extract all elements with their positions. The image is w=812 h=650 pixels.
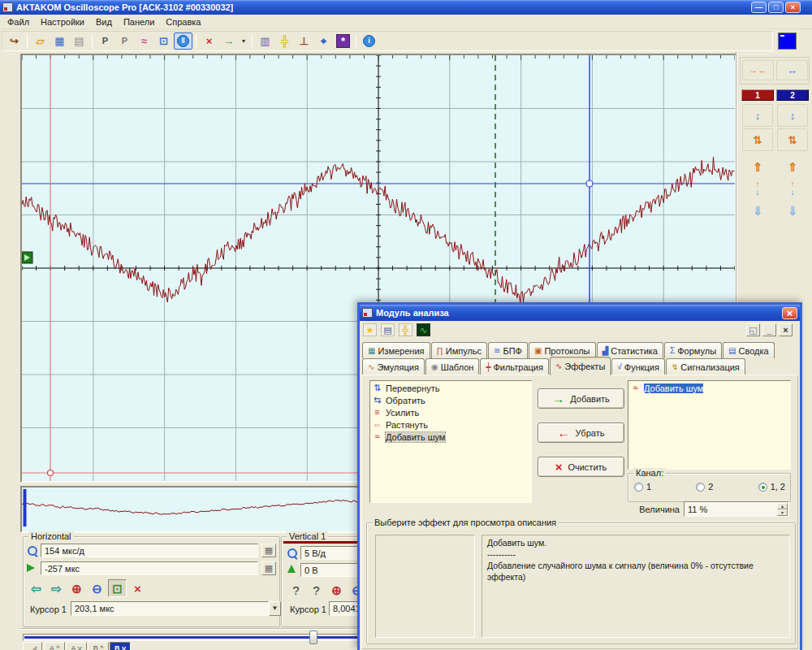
open-folder-button[interactable]: ▱ <box>31 32 50 50</box>
clear-effects-button[interactable]: × Очистить <box>538 457 624 477</box>
zoom-out-button[interactable]: ⊖ <box>88 579 106 597</box>
minimize-button[interactable]: — <box>751 2 767 13</box>
probe-button[interactable]: ╬ <box>399 323 412 336</box>
effect-item[interactable]: ≡Усилить <box>371 406 530 418</box>
spin-down-button[interactable]: ▼ <box>777 509 788 516</box>
tab-Шаблон[interactable]: ◉Шаблон <box>425 358 479 375</box>
ch2-expand-vertical-button[interactable]: ↕ <box>777 104 808 127</box>
effect-item[interactable]: ≈Добавить шум <box>371 431 530 443</box>
channel-radio-1, 2[interactable]: 1, 2 <box>758 482 785 492</box>
available-effects-list[interactable]: ⇅Перевернуть⇆Обратить≡Усилить⇔Растянуть≈… <box>369 380 532 503</box>
applied-effects-list[interactable]: ≈Добавить шум <box>628 380 791 470</box>
move-trace-down-button[interactable]: ? <box>287 581 305 599</box>
add-effect-button[interactable]: → Добавить <box>538 388 624 409</box>
tab-Эмуляция[interactable]: ∿Эмуляция <box>362 358 425 375</box>
tab-Измерения[interactable]: ▦Измерения <box>362 342 430 358</box>
dropdown-arrow-button[interactable]: ▾ <box>239 32 248 50</box>
ch1-expand-vertical-button[interactable]: ↕ <box>742 104 773 127</box>
ch2-shift-up-button[interactable]: ⇑ <box>780 156 805 177</box>
tab-Протоколы[interactable]: ▣Протоколы <box>529 342 596 358</box>
info-button[interactable]: i <box>360 32 378 50</box>
ch1-shift-down-button[interactable]: ⇓ <box>745 200 770 221</box>
scope-screen-button[interactable]: ∿ <box>417 323 430 336</box>
time-scale-keypad-button[interactable]: ▦ <box>261 544 276 557</box>
effect-item[interactable]: ≈Добавить шум <box>629 382 789 394</box>
v-zoom-in-button[interactable]: ⊕ <box>327 581 346 599</box>
notes-button[interactable]: ▤ <box>381 323 395 336</box>
time-scale-field[interactable]: 154 мкс/д <box>41 544 258 557</box>
pause-button[interactable]: ‖ <box>174 32 192 50</box>
tab-Формулы[interactable]: ΣФормулы <box>664 342 722 358</box>
menu-item[interactable]: Настройки <box>35 16 90 28</box>
tab-БПФ[interactable]: ≋БПФ <box>488 342 528 358</box>
ch1-fine-shift-buttons[interactable]: ↑↓ <box>745 179 770 198</box>
remove-effect-button[interactable]: ← Убрать <box>538 422 624 443</box>
zoom-window-button[interactable]: ⊡ <box>108 579 127 597</box>
wand-button[interactable]: * <box>334 32 352 50</box>
tab-Сигнализация[interactable]: ↯Сигнализация <box>666 358 745 375</box>
spin-up-button[interactable]: ▲ <box>777 503 788 509</box>
tab-Функция[interactable]: √Функция <box>611 358 665 375</box>
h-cursor-dropdown-button[interactable]: ▼ <box>269 601 281 616</box>
compress-time-button[interactable]: →← <box>742 60 774 80</box>
channel-color-chip[interactable] <box>778 32 797 50</box>
dialog-close-button[interactable]: × <box>782 307 797 319</box>
maximize-button[interactable]: □ <box>768 2 784 13</box>
protocol-pause-button[interactable]: Р <box>115 32 134 50</box>
menu-item[interactable]: Справка <box>160 16 206 28</box>
ch2-compress-vertical-button[interactable]: ⇅ <box>777 128 808 151</box>
probe-button[interactable]: ╬ <box>275 32 294 50</box>
dialog-minimize-button[interactable]: _ <box>762 323 776 336</box>
cursor-jump-button[interactable]: В v <box>110 642 131 650</box>
time-position-slider-thumb[interactable] <box>309 630 317 644</box>
ch2-fine-shift-buttons[interactable]: ↑↓ <box>780 179 805 198</box>
zoom-in-button[interactable]: ⊕ <box>67 579 86 597</box>
magnitude-field[interactable]: 11 % ▲ ▼ <box>684 501 789 517</box>
clear-cursors-button[interactable]: ◢ <box>23 642 42 650</box>
effect-item[interactable]: ⇅Перевернуть <box>371 382 530 394</box>
dialog-close2-button[interactable]: × <box>779 323 793 336</box>
favorites-button[interactable]: ★ <box>363 323 377 336</box>
dialog-restore-button[interactable]: ◱ <box>746 323 760 336</box>
expand-time-button[interactable]: ↔ <box>776 60 808 80</box>
save-button[interactable]: ▦ <box>50 32 69 50</box>
menu-item[interactable]: Вид <box>90 16 118 28</box>
add-signal-button[interactable]: → <box>219 32 238 50</box>
tab-Сводка[interactable]: ▤Сводка <box>723 342 775 358</box>
overview-position-marker[interactable] <box>24 489 27 526</box>
channel-radio-2[interactable]: 2 <box>696 482 713 492</box>
protocol-copy-button[interactable]: Р <box>96 32 114 50</box>
tools-button[interactable]: ⊥ <box>295 32 313 50</box>
tab-Импульс[interactable]: ∏Импульс <box>431 342 488 358</box>
move-trace-up-button[interactable]: ? <box>307 581 326 599</box>
cursor-jump-button[interactable]: А v <box>66 642 87 650</box>
pan-right-button[interactable]: ⇨ <box>47 579 66 597</box>
tab-Эффекты[interactable]: ∿Эффекты <box>550 357 611 375</box>
channel-radio-1[interactable]: 1 <box>634 482 651 492</box>
cursor2-marker[interactable] <box>586 180 593 187</box>
ch1-compress-vertical-button[interactable]: ⇅ <box>742 128 773 151</box>
tab-Статистика[interactable]: ▟Статистика <box>597 342 663 358</box>
cursor1-marker[interactable] <box>48 470 54 476</box>
print-button[interactable]: ▤ <box>70 32 89 50</box>
menu-item[interactable]: Файл <box>2 16 35 28</box>
cursor-jump-button[interactable]: А ^ <box>44 642 65 650</box>
display-button[interactable]: ⊡ <box>154 32 173 50</box>
effect-item[interactable]: ⇔Растянуть <box>371 418 530 431</box>
menu-item[interactable]: Панели <box>118 16 160 28</box>
exit-button[interactable]: ↪ <box>5 32 24 50</box>
search-button[interactable]: ⌖ <box>314 32 333 50</box>
pan-left-button[interactable]: ⇦ <box>27 579 45 597</box>
effect-item[interactable]: ⇆Обратить <box>371 394 530 406</box>
time-offset-field[interactable]: -257 мкс <box>41 561 258 575</box>
journal-button[interactable]: ▥ <box>256 32 274 50</box>
cursor-jump-button[interactable]: В ^ <box>88 642 109 650</box>
close-button[interactable]: × <box>785 2 801 13</box>
ch2-shift-down-button[interactable]: ⇓ <box>780 200 805 221</box>
time-offset-keypad-button[interactable]: ▦ <box>261 561 276 575</box>
ch1-shift-up-button[interactable]: ⇑ <box>745 156 770 177</box>
tab-Фильтрация[interactable]: ┿Фильтрация <box>480 358 549 375</box>
h-cursor-value-field[interactable]: 203,1 мкс <box>71 601 269 616</box>
signals-button[interactable]: ≈ <box>135 32 153 50</box>
zoom-cancel-button[interactable]: × <box>128 579 147 597</box>
